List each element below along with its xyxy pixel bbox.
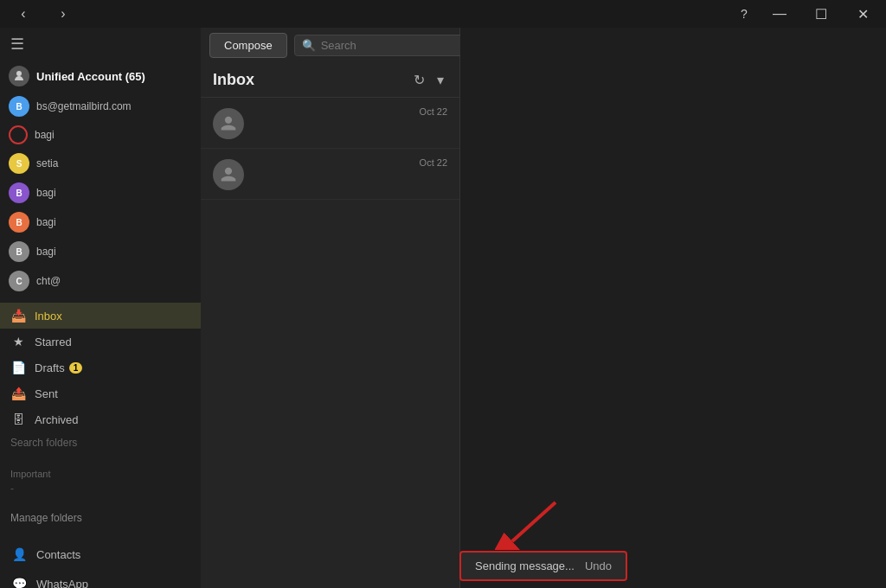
filter-dropdown-button[interactable]: ▾ [433, 70, 447, 90]
inbox-header: Inbox ↻ ▾ [201, 63, 459, 98]
account-email-setia: setia [36, 157, 58, 169]
help-button[interactable]: ? [730, 0, 758, 28]
important-label: Important [0, 463, 201, 481]
avatar-cht: C [9, 271, 29, 291]
email-avatar-1 [213, 108, 244, 139]
avatar-bagi3: B [9, 212, 29, 233]
sidebar: ☰ Unified Account (65) B bs@getmailbird.… [0, 28, 201, 588]
user-icon-1 [220, 115, 237, 132]
email-panel: Compose 🔍 Inbox ↻ ▾ [201, 28, 460, 588]
search-icon: 🔍 [302, 39, 316, 52]
undo-button[interactable]: Undo [585, 559, 612, 572]
refresh-button[interactable]: ↻ [410, 70, 428, 90]
email-date-2: Oct 22 [420, 157, 447, 168]
account-item-cht[interactable]: C cht@ [0, 266, 201, 296]
folder-dash: - [0, 481, 201, 496]
email-list: Oct 22 Oct 22 [201, 98, 459, 588]
account-email-bagi2: bagi [36, 187, 56, 199]
folder-starred-label: Starred [35, 336, 72, 348]
account-email-cht: cht@ [36, 275, 61, 287]
avatar-bagi1 [9, 125, 28, 144]
contacts-icon: 👤 [10, 546, 28, 563]
email-meta-1: Oct 22 [253, 106, 447, 117]
inbox-icon: 📥 [10, 309, 26, 323]
forward-button[interactable]: › [43, 0, 83, 28]
account-item-bagi1[interactable]: bagi [0, 121, 201, 149]
account-email-bagi1: bagi [35, 129, 55, 141]
unified-account-label: Unified Account (65) [36, 70, 145, 83]
archived-icon: 🗄 [10, 412, 26, 426]
email-content-2: Oct 22 [253, 157, 447, 170]
inbox-title: Inbox [213, 71, 410, 89]
app-contacts-label: Contacts [36, 548, 80, 561]
account-item-bagi4[interactable]: B bagi [0, 237, 201, 266]
email-date-1: Oct 22 [420, 106, 447, 117]
maximize-button[interactable]: ☐ [801, 0, 841, 28]
search-input[interactable] [321, 39, 466, 52]
folder-drafts-label: Drafts [35, 361, 65, 374]
app-whatsapp-label: WhatsApp [36, 578, 88, 589]
account-item-bs[interactable]: B bs@getmailbird.com [0, 92, 201, 121]
hamburger-button[interactable]: ☰ [0, 28, 201, 61]
app-contacts[interactable]: 👤 Contacts [0, 540, 201, 569]
sending-toast: Sending message... Undo [459, 551, 627, 581]
arrow-indicator [495, 498, 564, 550]
avatar-bagi4: B [9, 241, 29, 262]
inbox-actions: ↻ ▾ [410, 70, 447, 90]
folder-sent-label: Sent [35, 387, 58, 400]
user-icon-2 [220, 166, 237, 183]
app-whatsapp[interactable]: 💬 WhatsApp [0, 569, 201, 588]
drafts-icon: 📄 [10, 361, 26, 374]
toolbar: Compose 🔍 [201, 28, 459, 63]
hamburger-icon: ☰ [10, 35, 24, 54]
folder-archived[interactable]: 🗄 Archived [0, 406, 201, 432]
unified-account-icon [9, 66, 29, 86]
whatsapp-icon: 💬 [10, 575, 28, 588]
email-avatar-2 [213, 159, 244, 190]
folder-inbox[interactable]: 📥 Inbox [0, 303, 201, 329]
back-button[interactable]: ‹ [3, 0, 43, 28]
status-bar: Sending message... Undo [201, 544, 886, 588]
account-item-bagi3[interactable]: B bagi [0, 208, 201, 237]
avatar-bagi2: B [9, 182, 29, 203]
sending-label: Sending message... [475, 559, 575, 572]
account-email-bagi3: bagi [36, 216, 56, 228]
email-meta-2: Oct 22 [253, 157, 447, 168]
search-bar: 🔍 [294, 35, 474, 56]
titlebar: ‹ › ? — ☐ ✕ [0, 0, 886, 28]
minimize-button[interactable]: — [760, 0, 799, 28]
drafts-badge: 1 [69, 362, 83, 374]
avatar-setia: S [9, 153, 29, 174]
folder-starred[interactable]: ★ Starred [0, 329, 201, 355]
search-folders[interactable]: Search folders [0, 432, 201, 453]
account-item-bagi2[interactable]: B bagi [0, 178, 201, 208]
folder-sent[interactable]: 📤 Sent [0, 380, 201, 406]
main-container: ☰ Unified Account (65) B bs@getmailbird.… [0, 28, 886, 588]
email-item-1[interactable]: Oct 22 [201, 98, 459, 149]
manage-folders[interactable]: Manage folders [0, 507, 201, 529]
svg-line-1 [512, 502, 555, 541]
email-content-1: Oct 22 [253, 106, 447, 119]
account-item-setia[interactable]: S setia [0, 149, 201, 178]
folder-drafts[interactable]: 📄 Drafts 1 [0, 355, 201, 380]
folder-inbox-label: Inbox [35, 310, 62, 323]
close-button[interactable]: ✕ [843, 0, 883, 28]
folder-archived-label: Archived [35, 413, 79, 426]
account-email-bagi4: bagi [36, 246, 56, 258]
account-email-bs: bs@getmailbird.com [36, 100, 132, 112]
star-icon: ★ [10, 335, 26, 348]
email-item-2[interactable]: Oct 22 [201, 149, 459, 200]
unified-account[interactable]: Unified Account (65) [0, 61, 201, 92]
compose-button[interactable]: Compose [209, 33, 287, 58]
sent-icon: 📤 [10, 387, 26, 400]
avatar-bs: B [9, 96, 29, 117]
